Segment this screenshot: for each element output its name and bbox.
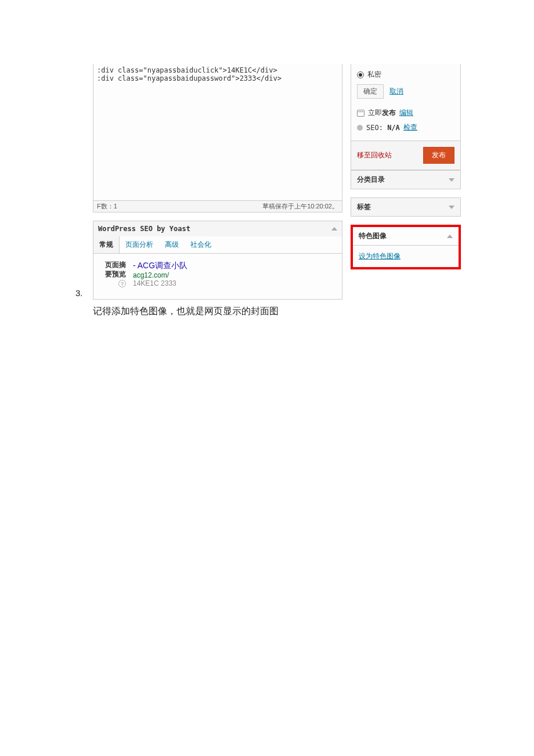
seo-tab-general[interactable]: 常规 — [93, 236, 120, 253]
seo-value: N/A — [387, 124, 400, 132]
seo-tab-social[interactable]: 社会化 — [185, 236, 217, 253]
snippet-url: acg12.com/ — [133, 271, 336, 279]
snippet-preview: - ACG调查小队 acg12.com/ 14KE1C 2333 — [133, 261, 336, 287]
word-count: F数：1 — [97, 202, 117, 211]
radio-icon[interactable] — [357, 71, 364, 78]
seo-tabs: 常规 页面分析 高级 社会化 — [93, 236, 342, 254]
publish-panel: 私密 确定 取消 立即发布 编辑 — [351, 64, 461, 170]
cancel-link[interactable]: 取消 — [389, 87, 403, 96]
editor-statusbar: F数：1 草稿保存于上午10:20:02。 — [93, 201, 342, 213]
tags-title: 标签 — [357, 202, 371, 212]
seo-panel-title: WordPress SEO by Yoast — [98, 225, 190, 233]
publish-now-label: 发布 — [382, 109, 396, 117]
code-line-2: :div class="nyapassbaidupassword">2333</… — [97, 74, 338, 82]
set-featured-image-link[interactable]: 设为特色图像 — [359, 252, 400, 260]
move-to-trash-link[interactable]: 移至回收站 — [357, 150, 392, 160]
code-line-1: :div class="nyapassbaiduclick">14KE1C</d… — [97, 66, 338, 74]
seo-tab-analysis[interactable]: 页面分析 — [120, 236, 159, 253]
publish-now-prefix: 立即 — [368, 109, 382, 117]
collapse-icon — [331, 227, 337, 231]
private-label: 私密 — [367, 70, 381, 80]
seo-tab-advanced[interactable]: 高级 — [159, 236, 185, 253]
seo-panel: WordPress SEO by Yoast 常规 页面分析 高级 社会化 页面… — [93, 221, 342, 300]
screenshot-region: :div class="nyapassbaiduclick">14KE1C</d… — [0, 64, 534, 300]
seo-body: 页面摘要预览 ? - ACG调查小队 acg12.com/ 14KE1C 233… — [93, 254, 342, 299]
categories-panel[interactable]: 分类目录 — [351, 170, 461, 189]
ok-button[interactable]: 确定 — [357, 84, 384, 99]
seo-check-link[interactable]: 检查 — [403, 123, 417, 132]
publish-button[interactable]: 发布 — [423, 147, 454, 164]
autosave-time: 草稿保存于上午10:20:02。 — [262, 202, 338, 211]
visibility-private-row[interactable]: 私密 — [357, 67, 454, 82]
categories-title: 分类目录 — [357, 175, 385, 185]
tags-panel[interactable]: 标签 — [351, 197, 461, 217]
caption-text: 记得添加特色图像，也就是网页显示的封面图 — [0, 300, 534, 318]
expand-icon — [449, 178, 454, 182]
expand-icon — [449, 206, 454, 209]
help-icon[interactable]: ? — [118, 280, 126, 287]
snippet-description: 14KE1C 2333 — [133, 279, 336, 287]
featured-image-title: 特色图像 — [359, 231, 387, 241]
collapse-icon — [447, 235, 453, 238]
seo-panel-header[interactable]: WordPress SEO by Yoast — [93, 221, 342, 236]
seo-status-icon — [357, 125, 363, 131]
edit-schedule-link[interactable]: 编辑 — [399, 108, 413, 118]
html-editor[interactable]: :div class="nyapassbaiduclick">14KE1C</d… — [93, 64, 342, 201]
preview-label: 页面摘要预览 — [99, 261, 126, 279]
list-number: 3. — [75, 288, 83, 298]
seo-prefix: SEO: — [366, 124, 387, 132]
snippet-title: - ACG调查小队 — [133, 261, 336, 271]
calendar-icon — [357, 110, 365, 117]
featured-image-panel: 特色图像 设为特色图像 — [351, 225, 461, 269]
publish-footer: 移至回收站 发布 — [351, 141, 460, 170]
